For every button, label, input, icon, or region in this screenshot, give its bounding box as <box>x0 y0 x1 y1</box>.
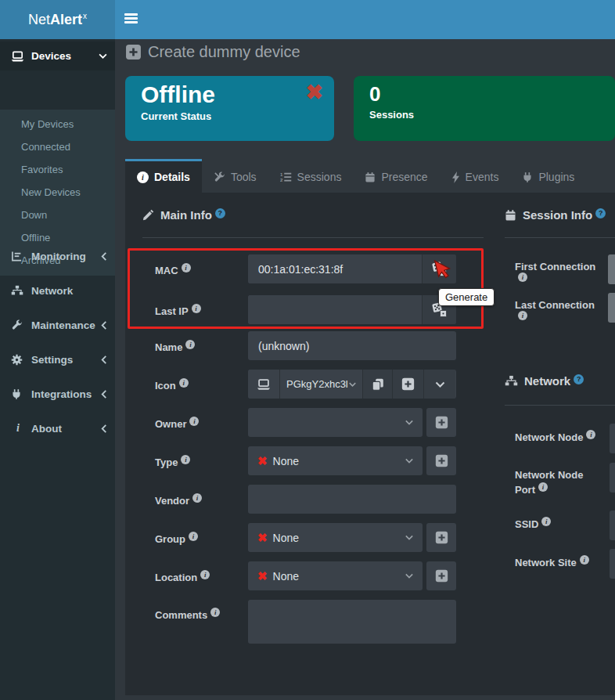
info-icon[interactable]: i <box>189 417 199 426</box>
info-icon[interactable]: i <box>182 263 191 272</box>
info-icon[interactable]: i <box>538 482 548 492</box>
laptop-icon <box>257 379 271 390</box>
sidebar-item-about[interactable]: i About <box>0 411 115 446</box>
tab-presence[interactable]: Presence <box>353 159 439 193</box>
add-location-button[interactable] <box>426 561 456 590</box>
help-question-icon[interactable]: ? <box>215 208 225 218</box>
sidebar-item-devices[interactable]: Devices <box>0 41 115 70</box>
tab-details[interactable]: i Details <box>125 159 202 193</box>
sidebar-item-my-devices[interactable]: My Devices <box>0 113 115 135</box>
sitemap-icon <box>11 285 25 296</box>
tab-sessions[interactable]: 12 Sessions <box>268 159 354 193</box>
chevron-down-icon <box>405 458 413 464</box>
help-question-icon[interactable]: ? <box>595 208 606 218</box>
network-site-input[interactable] <box>610 549 615 579</box>
info-icon[interactable]: i <box>185 340 195 349</box>
info-icon[interactable]: i <box>518 311 527 320</box>
chevron-down-icon <box>405 420 413 425</box>
group-select[interactable]: ✖ None <box>248 523 423 552</box>
chevron-down-icon <box>405 535 413 540</box>
add-group-button[interactable] <box>426 523 456 552</box>
generate-tooltip: Generate <box>438 288 495 306</box>
device-icon-preview <box>248 370 280 399</box>
network-node-input[interactable] <box>610 424 615 453</box>
info-icon[interactable]: i <box>189 532 198 541</box>
last-connection-label: Last Connectioni <box>515 299 602 324</box>
page-title: Create dummy device <box>148 43 300 61</box>
info-icon[interactable]: i <box>192 304 201 313</box>
sidebar-item-maintenance[interactable]: Maintenance <box>0 308 115 342</box>
info-icon[interactable]: i <box>586 430 595 439</box>
divider <box>505 237 615 238</box>
sidebar-item-settings[interactable]: Settings <box>0 342 115 377</box>
tab-events[interactable]: Events <box>440 159 511 193</box>
icon-select-value: PGkgY2xhc3l <box>286 378 348 390</box>
vendor-input[interactable] <box>248 485 456 514</box>
type-select[interactable]: ✖ None <box>248 446 423 475</box>
expand-icon-button[interactable] <box>424 370 455 399</box>
info-icon[interactable]: i <box>181 455 190 464</box>
network-node-port-input[interactable] <box>610 463 615 493</box>
gear-icon <box>11 354 25 366</box>
ssid-input[interactable] <box>610 511 615 540</box>
icon-select[interactable]: PGkgY2xhc3l <box>280 370 363 399</box>
group-label: Groupi <box>155 532 198 545</box>
sidebar-item-connected[interactable]: Connected <box>0 135 115 158</box>
group-select-value: None <box>273 532 299 544</box>
tab-plugins[interactable]: Plugins <box>510 159 586 193</box>
x-icon: ✖ <box>257 531 268 545</box>
tab-tools[interactable]: Tools <box>202 159 268 193</box>
sitemap-icon <box>505 375 518 387</box>
info-icon[interactable]: i <box>518 272 527 282</box>
sidebar-item-integrations[interactable]: Integrations <box>0 377 115 411</box>
laptop-icon <box>11 51 25 62</box>
info-icon[interactable]: i <box>192 493 202 503</box>
location-select-value: None <box>273 570 299 583</box>
tab-label: Presence <box>381 171 427 183</box>
chevron-down-icon <box>349 382 356 387</box>
add-type-button[interactable] <box>426 446 456 475</box>
session-info-header: Session Info ? <box>505 208 606 222</box>
sidebar-item-monitoring[interactable]: Monitoring <box>0 239 115 273</box>
mac-input[interactable] <box>248 254 423 283</box>
vendor-label: Vendori <box>155 493 202 507</box>
plus-square-icon <box>435 569 448 583</box>
plus-square-icon <box>435 454 448 467</box>
last-ip-input[interactable] <box>248 295 423 324</box>
name-input[interactable] <box>248 331 456 360</box>
app-logo[interactable]: NetAlertx <box>0 0 115 39</box>
calendar-icon <box>505 209 516 222</box>
group-control: ✖ None <box>248 523 456 552</box>
plus-square-icon <box>401 377 415 391</box>
add-icon-button[interactable] <box>393 370 424 399</box>
add-owner-button[interactable] <box>426 408 456 437</box>
plus-square-icon <box>435 416 448 429</box>
top-navbar: NetAlertx <box>0 0 615 39</box>
x-icon: ✖ <box>257 454 268 468</box>
last-ip-label: Last IPi <box>155 304 201 317</box>
section-title: Session Info <box>523 208 592 222</box>
sidebar-item-favorites[interactable]: Favorites <box>0 158 115 181</box>
sidebar-item-network[interactable]: Network <box>0 273 115 308</box>
first-connection-input[interactable] <box>608 254 615 284</box>
svg-text:2: 2 <box>280 178 283 182</box>
help-question-icon[interactable]: ? <box>574 374 584 384</box>
icon-control: PGkgY2xhc3l <box>248 370 456 399</box>
chevron-down-icon <box>99 53 107 59</box>
copy-icon-button[interactable] <box>363 370 393 399</box>
location-select[interactable]: ✖ None <box>248 561 423 590</box>
comments-control <box>248 600 615 644</box>
info-icon[interactable]: i <box>179 378 189 388</box>
info-icon[interactable]: i <box>541 517 551 526</box>
brand-text: NetAlertx <box>28 12 87 28</box>
comments-textarea[interactable] <box>248 600 456 644</box>
last-connection-input[interactable] <box>608 293 615 323</box>
owner-select[interactable] <box>248 408 423 437</box>
sidebar-item-new-devices[interactable]: New Devices <box>0 181 115 204</box>
info-icon[interactable]: i <box>210 608 220 617</box>
chevron-left-icon <box>101 390 107 399</box>
sidebar-item-down[interactable]: Down <box>0 204 115 226</box>
sidebar-toggle-icon[interactable] <box>124 13 138 25</box>
info-icon[interactable]: i <box>580 555 589 565</box>
info-icon[interactable]: i <box>200 570 210 579</box>
